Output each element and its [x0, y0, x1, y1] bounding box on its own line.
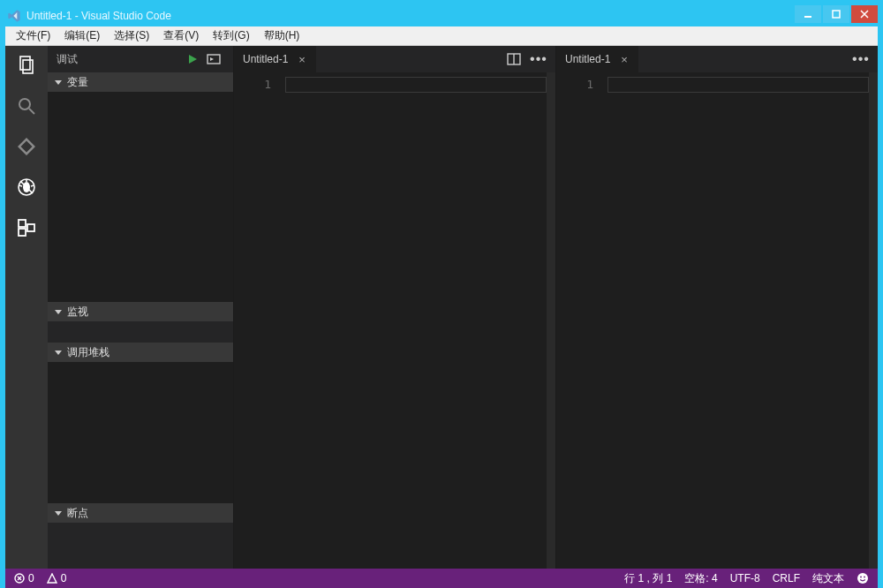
- tab-label: Untitled-1: [243, 53, 288, 65]
- status-cursor-position[interactable]: 行 1 , 列 1: [624, 571, 672, 586]
- debug-section-variables[interactable]: 变量: [48, 72, 233, 92]
- editor-group-left: Untitled-1 × ••• 1: [233, 46, 555, 569]
- tab-label: Untitled-1: [565, 53, 610, 65]
- split-editor-button[interactable]: [506, 51, 522, 67]
- status-warnings-count: 0: [61, 572, 67, 584]
- status-encoding[interactable]: UTF-8: [730, 572, 760, 584]
- current-line-highlight: [285, 77, 547, 93]
- window-title-bar: Untitled-1 - Visual Studio Code: [5, 5, 878, 26]
- editor-body-right[interactable]: 1: [556, 72, 878, 569]
- line-number: 1: [556, 72, 608, 569]
- chevron-down-icon: [55, 351, 62, 355]
- debug-sidebar: 调试 变量 监视 调用堆栈 断点: [48, 46, 233, 569]
- feedback-button[interactable]: [857, 572, 869, 584]
- status-eol[interactable]: CRLF: [773, 572, 800, 584]
- status-errors[interactable]: 0: [14, 572, 34, 584]
- svg-point-20: [860, 577, 862, 578]
- svg-point-6: [25, 145, 28, 148]
- svg-rect-3: [23, 60, 33, 73]
- vscode-logo-icon: [7, 9, 21, 23]
- editor-body-left[interactable]: 1: [234, 72, 555, 569]
- svg-point-8: [23, 182, 30, 192]
- debug-callstack-body: [48, 362, 233, 503]
- menu-selection[interactable]: 选择(S): [107, 26, 156, 45]
- svg-rect-1: [833, 11, 840, 18]
- tab-row-left: Untitled-1 × •••: [234, 46, 555, 72]
- svg-point-21: [864, 577, 865, 578]
- debug-section-callstack[interactable]: 调用堆栈: [48, 343, 233, 362]
- chevron-down-icon: [55, 80, 62, 85]
- tab-row-right: Untitled-1 × •••: [556, 46, 878, 72]
- more-actions-button[interactable]: •••: [531, 51, 547, 67]
- menu-help[interactable]: 帮助(H): [257, 26, 307, 45]
- debug-start-button[interactable]: [182, 50, 203, 68]
- activity-source-control-icon[interactable]: [14, 134, 39, 159]
- tab-untitled-left[interactable]: Untitled-1 ×: [234, 46, 317, 72]
- debug-section-breakpoints-label: 断点: [67, 506, 88, 521]
- window-maximize-button[interactable]: [823, 5, 849, 23]
- svg-point-19: [857, 573, 868, 584]
- debug-variables-body: [48, 92, 233, 302]
- svg-rect-2: [20, 57, 30, 70]
- current-line-highlight: [608, 77, 869, 93]
- activity-bar: [5, 46, 48, 569]
- activity-search-icon[interactable]: [14, 94, 39, 118]
- window-title: Untitled-1 - Visual Studio Code: [26, 10, 793, 22]
- editor-group-right: Untitled-1 × ••• 1: [555, 46, 878, 569]
- window-close-button[interactable]: [851, 5, 878, 23]
- debug-watch-body: [48, 321, 233, 343]
- chevron-down-icon: [55, 310, 62, 314]
- tab-close-button[interactable]: ×: [619, 53, 630, 66]
- svg-rect-0: [804, 16, 811, 18]
- smiley-icon: [857, 572, 869, 584]
- debug-section-watch[interactable]: 监视: [48, 302, 233, 321]
- debug-sidebar-title: 调试: [57, 52, 78, 67]
- window-minimize-button[interactable]: [795, 5, 821, 23]
- status-errors-count: 0: [28, 572, 34, 584]
- activity-explorer-icon[interactable]: [14, 53, 39, 78]
- svg-line-11: [31, 185, 34, 186]
- debug-section-variables-label: 变量: [67, 75, 88, 90]
- menu-go[interactable]: 转到(G): [206, 26, 256, 45]
- line-number: 1: [234, 72, 285, 569]
- debug-section-callstack-label: 调用堆栈: [67, 345, 109, 360]
- activity-extensions-icon[interactable]: [14, 215, 39, 240]
- debug-sidebar-header: 调试: [48, 46, 233, 72]
- status-language-mode[interactable]: 纯文本: [812, 571, 844, 586]
- vertical-scrollbar[interactable]: [547, 72, 555, 569]
- vertical-scrollbar[interactable]: [869, 72, 878, 569]
- tab-close-button[interactable]: ×: [297, 53, 307, 66]
- status-warnings[interactable]: 0: [47, 572, 67, 584]
- menu-bar: 文件(F) 编辑(E) 选择(S) 查看(V) 转到(G) 帮助(H): [5, 26, 878, 46]
- activity-debug-icon[interactable]: [14, 175, 39, 200]
- menu-view[interactable]: 查看(V): [156, 26, 206, 45]
- menu-file[interactable]: 文件(F): [9, 26, 57, 45]
- status-bar: 0 0 行 1 , 列 1 空格: 4 UTF-8 CRLF 纯文本: [5, 569, 878, 588]
- debug-section-watch-label: 监视: [67, 305, 88, 320]
- svg-rect-14: [27, 224, 34, 231]
- svg-rect-12: [19, 220, 26, 227]
- more-actions-button[interactable]: •••: [853, 51, 869, 67]
- svg-rect-13: [19, 229, 26, 236]
- svg-point-4: [19, 99, 30, 109]
- svg-line-5: [29, 109, 34, 114]
- chevron-down-icon: [55, 511, 62, 516]
- menu-edit[interactable]: 编辑(E): [57, 26, 107, 45]
- status-indentation[interactable]: 空格: 4: [684, 571, 717, 586]
- tab-untitled-right[interactable]: Untitled-1 ×: [556, 46, 639, 72]
- debug-config-button[interactable]: [203, 50, 224, 68]
- svg-line-10: [19, 185, 22, 186]
- debug-section-breakpoints[interactable]: 断点: [48, 503, 233, 523]
